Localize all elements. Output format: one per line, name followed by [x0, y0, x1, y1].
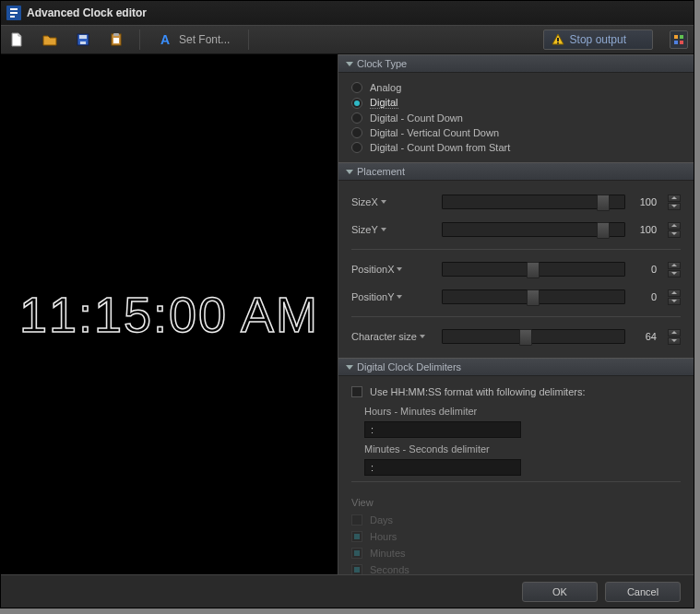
view-block: View DaysHoursMinutesSeconds — [351, 488, 681, 574]
hm-delimiter-input[interactable] — [364, 421, 521, 438]
dropdown-icon — [381, 228, 386, 231]
stop-output-button[interactable]: Stop output — [543, 30, 653, 50]
placement-slider[interactable] — [442, 222, 625, 237]
radio-icon — [351, 98, 362, 109]
radio-label: Digital - Vertical Count Down — [370, 127, 499, 138]
clock-type-radio-3[interactable]: Digital - Vertical Count Down — [351, 125, 681, 140]
toolbar: A Set Font... Stop output — [1, 25, 694, 54]
ok-button[interactable]: OK — [522, 582, 598, 602]
placement-spinner — [668, 262, 681, 277]
checkbox-icon — [351, 514, 362, 525]
new-file-button[interactable] — [6, 30, 27, 50]
collapse-icon — [346, 62, 353, 66]
dropdown-icon — [381, 200, 386, 204]
spin-down[interactable] — [668, 298, 681, 305]
placement-body: SizeX100SizeY100PositionX0PositionY0Char… — [338, 181, 694, 358]
clock-type-radio-0[interactable]: Analog — [351, 80, 681, 95]
placement-row-3: PositionY0 — [351, 283, 681, 311]
checkbox-label: Minutes — [370, 548, 406, 559]
placement-slider[interactable] — [442, 329, 625, 344]
spin-down[interactable] — [668, 203, 681, 210]
checkbox-icon — [351, 531, 362, 542]
section-header-clock-type[interactable]: Clock Type — [338, 54, 694, 73]
clock-type-body: AnalogDigitalDigital - Count DownDigital… — [338, 73, 694, 162]
radio-icon — [351, 112, 362, 124]
collapse-icon — [346, 170, 353, 174]
font-icon: A — [159, 32, 173, 47]
placement-value: 64 — [633, 328, 660, 345]
preview-panel: 11:15:00 AM — [1, 54, 338, 574]
set-font-label: Set Font... — [179, 33, 230, 46]
clock-type-radio-2[interactable]: Digital - Count Down — [351, 111, 681, 125]
hm-delimiter-label: Hours - Minutes delimiter — [351, 400, 681, 420]
spin-down[interactable] — [668, 270, 681, 277]
placement-row-0: SizeX100 — [351, 188, 681, 216]
svg-rect-6 — [113, 38, 119, 43]
clock-type-radio-4[interactable]: Digital - Count Down from Start — [351, 140, 681, 155]
toolbar-extra-button[interactable] — [670, 30, 688, 49]
placement-value: 100 — [633, 221, 660, 238]
svg-rect-10 — [674, 35, 678, 39]
use-hhmmss-checkbox[interactable]: Use HH:MM:SS format with following delim… — [351, 384, 681, 400]
checkbox-icon — [351, 548, 362, 559]
view-checkbox-minutes[interactable]: Minutes — [351, 545, 681, 561]
footer: OK Cancel — [1, 574, 694, 608]
placement-row-2: PositionX0 — [351, 255, 681, 283]
spin-up[interactable] — [668, 222, 681, 230]
placement-spinner — [668, 329, 681, 345]
spin-up[interactable] — [668, 262, 681, 269]
placement-row-1: SizeY100 — [351, 216, 681, 243]
save-file-button[interactable] — [73, 30, 93, 50]
set-font-button[interactable]: A Set Font... — [153, 30, 235, 49]
dropdown-icon — [397, 267, 402, 271]
view-checkbox-seconds[interactable]: Seconds — [351, 561, 681, 574]
placement-slider[interactable] — [442, 289, 625, 304]
svg-text:A: A — [160, 32, 170, 47]
spin-down[interactable] — [668, 337, 681, 345]
checkbox-icon — [351, 386, 362, 397]
placement-value: 100 — [633, 194, 660, 210]
placement-label: SizeX — [351, 196, 434, 207]
placement-spinner — [668, 289, 681, 305]
svg-rect-5 — [113, 33, 119, 36]
view-checkbox-days[interactable]: Days — [351, 512, 681, 528]
spin-down[interactable] — [668, 230, 681, 238]
clock-type-radio-1[interactable]: Digital — [351, 95, 681, 111]
placement-label: Character size — [351, 331, 434, 342]
placement-spinner — [668, 195, 681, 210]
paste-button[interactable] — [106, 30, 126, 50]
svg-rect-11 — [680, 35, 683, 39]
placement-value: 0 — [633, 261, 660, 277]
ms-delimiter-label: Minutes - Seconds delimiter — [351, 438, 681, 458]
spin-up[interactable] — [668, 329, 681, 337]
placement-spinner — [668, 222, 681, 238]
warning-icon — [552, 33, 564, 46]
view-checkbox-hours[interactable]: Hours — [351, 528, 681, 545]
checkbox-icon — [351, 564, 362, 574]
radio-label: Analog — [370, 82, 401, 93]
placement-label: PositionX — [351, 264, 434, 275]
window-title: Advanced Clock editor — [27, 6, 147, 19]
cancel-button[interactable]: Cancel — [605, 582, 681, 602]
placement-slider[interactable] — [442, 262, 625, 277]
svg-rect-3 — [80, 41, 86, 44]
placement-row-4: Character size64 — [351, 323, 681, 350]
dropdown-icon — [397, 295, 402, 299]
placement-slider[interactable] — [442, 195, 625, 209]
content-area: 11:15:00 AM Clock Type AnalogDigitalDigi… — [1, 54, 694, 574]
collapse-icon — [346, 365, 353, 370]
section-header-placement[interactable]: Placement — [338, 162, 694, 181]
open-file-button[interactable] — [40, 30, 60, 50]
placement-label: PositionY — [351, 291, 434, 302]
clock-preview-text: 11:15:00 AM — [19, 286, 319, 343]
settings-panel: Clock Type AnalogDigitalDigital - Count … — [338, 54, 694, 574]
spin-up[interactable] — [668, 195, 681, 202]
spin-up[interactable] — [668, 289, 681, 297]
ms-delimiter-input[interactable] — [364, 459, 521, 476]
titlebar: Advanced Clock editor — [1, 1, 694, 25]
radio-label: Digital - Count Down — [370, 112, 463, 124]
section-header-delimiters[interactable]: Digital Clock Delimiters — [338, 358, 694, 376]
delimiters-body: Use HH:MM:SS format with following delim… — [338, 376, 694, 574]
svg-rect-13 — [680, 41, 683, 44]
checkbox-label: Hours — [370, 531, 397, 542]
